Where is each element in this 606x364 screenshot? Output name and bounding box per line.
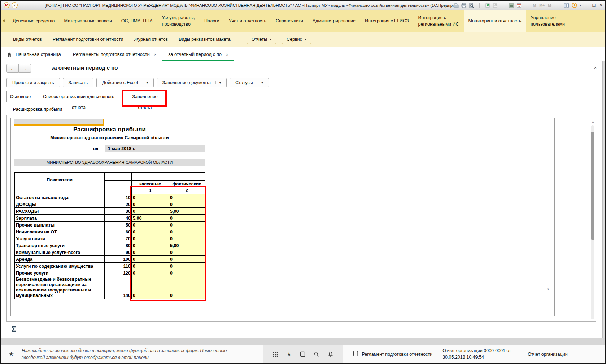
service-dropdown-button[interactable]: Сервис▾ <box>282 35 311 44</box>
history-item-label: Отчет организации <box>528 352 568 357</box>
report-subtitle: Министерство здравоохранения Самарской о… <box>14 135 205 140</box>
history-nav: ← → <box>6 64 31 73</box>
save-icon[interactable] <box>454 3 459 8</box>
search-icon[interactable] <box>314 351 319 357</box>
history-icon[interactable] <box>300 351 305 357</box>
titlebar-separator <box>527 3 527 8</box>
tab-profit-breakdown[interactable]: Расшифровка прибыли <box>10 104 65 115</box>
titlebar-separator <box>479 3 480 8</box>
form-toolbar: Провести и закрыть Записать Действие с E… <box>6 78 269 87</box>
reports-dropdown-button[interactable]: Отчеты▾ <box>247 35 276 44</box>
row-label: Аренда <box>15 256 105 263</box>
post-and-close-button[interactable]: Провести и закрыть <box>6 78 60 87</box>
annotation-highlight-value-columns <box>130 186 206 301</box>
ribbon-item-regional[interactable]: Интеграция с региональными ИС <box>413 10 463 32</box>
history-item[interactable]: Отчет организации 0000-0001 от 30.05.201… <box>442 348 518 360</box>
ribbon-item-users[interactable]: Управление пользователями <box>526 10 570 32</box>
tab-close-icon[interactable]: × <box>154 52 156 57</box>
calendar-icon[interactable]: 31 <box>516 3 522 8</box>
ribbon-item-catalogs[interactable]: Справочники <box>271 10 308 32</box>
go-to-link-icon[interactable] <box>493 3 498 8</box>
tab-home[interactable]: Начальная страница <box>1 47 67 61</box>
row-code: 50 <box>105 222 132 228</box>
history-item[interactable]: Отчет организации <box>528 352 568 357</box>
forward-button[interactable]: → <box>19 64 31 73</box>
window-scroll-gutter[interactable] <box>602 61 605 338</box>
memory-add-button[interactable]: M+ <box>539 3 545 8</box>
info-dropdown-icon[interactable]: ▾ <box>580 4 581 7</box>
row-code: 120 <box>105 269 132 276</box>
restore-button[interactable]: □ <box>593 3 596 8</box>
save-button[interactable]: Записать <box>63 78 93 87</box>
favorites-hint-text: Нажимайте на значок звездочка в истории,… <box>22 347 231 360</box>
selected-cell[interactable] <box>14 119 104 126</box>
column-header-code-empty <box>105 173 132 181</box>
back-button[interactable]: ← <box>6 64 19 73</box>
split-window-icon[interactable] <box>564 3 569 8</box>
ribbon-item-monitoring[interactable]: Мониторинг и отчетность <box>464 10 526 32</box>
submenu-reglament[interactable]: Регламент подготовки отчетности <box>53 37 123 42</box>
row-label: Зарплата <box>15 215 105 222</box>
spreadsheet-area: Расшифровка прибыли Министерство здравоо… <box>10 118 555 316</box>
print-icon[interactable] <box>461 3 466 8</box>
functions-menu-icon[interactable] <box>273 351 278 357</box>
organization-header-cell: МИНИСТЕРСТВО ЗДРАВООХРАНЕНИЯ САМАРСКОЙ О… <box>14 159 205 166</box>
history-item-label: Отчет организации 0000-0001 от 30.05.201… <box>442 348 518 360</box>
home-icon <box>6 52 12 57</box>
excel-action-button[interactable]: Действие с Excel▾ <box>96 78 154 87</box>
ribbon-item-accounting[interactable]: Учет и отчетность <box>224 10 271 32</box>
get-link-icon[interactable] <box>485 3 490 8</box>
notifications-bell-icon[interactable] <box>328 351 333 357</box>
chevron-down-icon[interactable]: ▾ <box>143 81 148 84</box>
titlebar-separator <box>21 3 21 8</box>
page-title: за отчетный период с по <box>51 65 118 71</box>
chevron-down-icon[interactable]: ▾ <box>215 81 221 84</box>
statuses-button[interactable]: Статусы▾ <box>230 78 269 87</box>
row-code: 80 <box>105 242 132 249</box>
close-window-button[interactable]: × <box>600 3 602 8</box>
minimize-button[interactable]: − <box>585 3 588 8</box>
tab-main[interactable]: Основное <box>6 91 34 102</box>
ribbon-item-services[interactable]: Услуги, работы, производство <box>157 10 200 32</box>
memory-recall-button[interactable]: M <box>533 3 537 8</box>
ribbon-item-materials[interactable]: Материальные запасы <box>59 10 116 32</box>
main-menu-chevron-icon[interactable]: ▾ <box>12 2 18 8</box>
save-label: Записать <box>69 80 88 85</box>
memory-subtract-button[interactable]: M- <box>548 3 553 8</box>
form-close-icon[interactable]: × <box>594 65 597 70</box>
column-header-indicators: Показатели <box>15 173 105 187</box>
tab-close-icon[interactable]: × <box>226 52 228 57</box>
tab-org-list[interactable]: Список организаций для сводного отчета <box>34 91 123 102</box>
submenu-requisite-kinds[interactable]: Виды реквизитов макета <box>179 37 231 42</box>
calculator-icon[interactable] <box>509 3 514 8</box>
ribbon-item-taxes[interactable]: Налоги <box>200 10 224 32</box>
row-label: Прочие выплаты <box>15 222 105 228</box>
tab-report-period[interactable]: за отчетный период с по × <box>162 47 234 61</box>
chevron-down-icon[interactable]: ▾ <box>258 81 263 84</box>
tab-report-period-label: за отчетный период с по <box>168 52 222 57</box>
autosum-button[interactable]: Σ <box>12 325 16 333</box>
fill-document-button[interactable]: Заполнение документа▾ <box>157 78 227 87</box>
report-date-cell[interactable]: 1 мая 2018 г. <box>105 145 205 152</box>
history-item[interactable]: Регламент подготовки отчетности <box>353 351 432 358</box>
scroll-up-icon[interactable]: ▲ <box>592 120 594 123</box>
submenu-report-kinds[interactable]: Виды отчетов <box>13 37 42 42</box>
tab-reglamenty[interactable]: Регламенты подготовки отчетности × <box>67 47 162 61</box>
submenu-report-journal[interactable]: Журнал отчетов <box>134 37 168 42</box>
ribbon-item-money[interactable]: Денежные средства <box>8 10 59 32</box>
vertical-scrollbar-thumb[interactable] <box>591 132 594 240</box>
sheet-scroll-down-icon[interactable]: ▼ <box>546 288 550 291</box>
row-label: Прочие услуги <box>15 269 105 276</box>
window-title: [КОПИЯ] ГИС СО "ПАСПОРТ МЕДИЦИНСКОГО УЧР… <box>45 3 454 8</box>
ribbon-item-assets[interactable]: ОС, НМА, НПА <box>117 10 157 32</box>
open-windows-tabbar: Начальная страница Регламенты подготовки… <box>1 47 605 61</box>
info-icon[interactable]: i <box>572 3 577 8</box>
ribbon-collapse-icon[interactable]: ◀ <box>2 19 5 22</box>
ribbon-item-administration[interactable]: Администрирование <box>308 10 360 32</box>
ribbon-item-egisz[interactable]: Интеграция с ЕГИСЗ <box>360 10 414 32</box>
favorites-icon[interactable]: ★ <box>287 351 291 358</box>
reports-dropdown-label: Отчеты <box>252 37 267 42</box>
print-preview-icon[interactable] <box>469 3 474 8</box>
report-frame: Расшифровка прибыли Министерство здравоо… <box>6 115 596 322</box>
favorites-star-icon[interactable]: ★ <box>1 345 22 363</box>
